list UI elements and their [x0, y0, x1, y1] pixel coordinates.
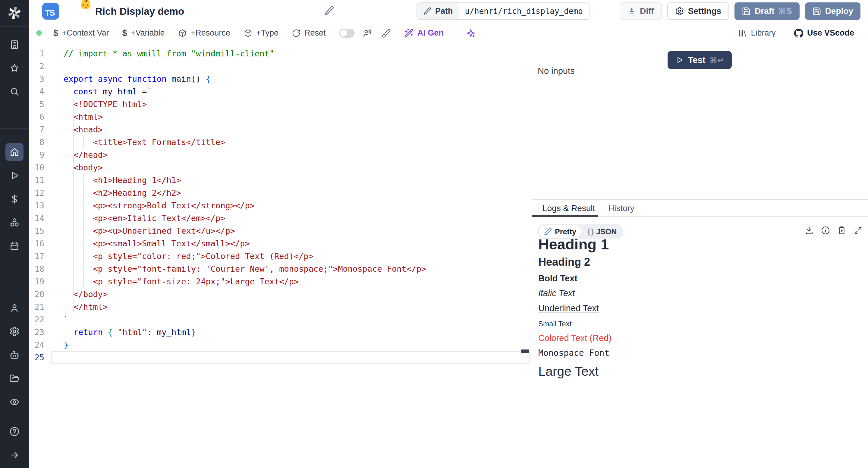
- code-line[interactable]: 21 </html>: [29, 301, 532, 313]
- sidebar-item-gear[interactable]: [5, 322, 24, 341]
- code-text: <!DOCTYPE html>: [44, 98, 147, 111]
- sidebar-item-calendar[interactable]: [5, 237, 24, 255]
- code-line[interactable]: 18 <p style="font-family: 'Courier New',…: [29, 263, 532, 275]
- code-line[interactable]: 22`: [29, 313, 532, 326]
- code-line[interactable]: 10 <body>: [29, 161, 532, 174]
- add-variable-button[interactable]: $ +Variable: [122, 28, 164, 38]
- code-line[interactable]: 15 <p><u>Underlined Text</u></p>: [29, 225, 532, 237]
- add-context-var-button[interactable]: $ +Context Var: [53, 28, 109, 38]
- tab-logs-result[interactable]: Logs & Result: [542, 204, 595, 213]
- code-line[interactable]: 20 </body>: [29, 288, 532, 301]
- toolbar-right: Library Use VScode: [738, 28, 854, 38]
- result-italic: Italic Text: [538, 286, 855, 300]
- add-type-button[interactable]: +Type: [244, 28, 278, 38]
- result-small: Small Text: [538, 318, 855, 330]
- code-line[interactable]: 8 <title>Text Formats</title>: [29, 136, 532, 149]
- sidebar-item-dollar[interactable]: [5, 190, 24, 208]
- code-text: return { "html": my_html}: [44, 326, 196, 339]
- code-line[interactable]: 12 <h2>Heading 2</h2>: [29, 187, 532, 199]
- toggle-knob: [340, 30, 347, 37]
- sidebar-item-help[interactable]: [5, 422, 24, 441]
- add-resource-button[interactable]: +Resource: [178, 28, 230, 38]
- code-text: <p><em>Italic Text</em></p>: [44, 212, 225, 225]
- line-number: 12: [29, 187, 44, 199]
- pretty-label: Pretty: [555, 227, 576, 236]
- code-line[interactable]: 5 <!DOCTYPE html>: [29, 98, 532, 111]
- path-label-segment[interactable]: Path: [417, 3, 459, 19]
- sidebar-item-home[interactable]: [5, 143, 24, 161]
- code-lines: 1// import * as wmill from "windmill-cli…: [29, 47, 532, 364]
- sparkles-icon[interactable]: [466, 28, 475, 38]
- code-line[interactable]: 17 <p style="color: red;">Colored Text (…: [29, 250, 532, 263]
- line-number: 4: [29, 85, 44, 98]
- line-number: 10: [29, 161, 44, 174]
- copy-to-clipboard-icon[interactable]: [837, 226, 846, 235]
- add-context-var-label: +Context Var: [62, 28, 109, 38]
- info-icon[interactable]: [821, 226, 830, 235]
- sidebar-item-building[interactable]: [5, 36, 24, 54]
- sidebar-group-top: [5, 36, 24, 101]
- code-line[interactable]: 16 <p><small>Small Text</small></p>: [29, 237, 532, 250]
- json-view-button[interactable]: { } JSON: [582, 227, 622, 236]
- download-icon[interactable]: [805, 226, 814, 235]
- settings-label: Settings: [688, 6, 721, 16]
- code-line[interactable]: 24}: [29, 339, 532, 351]
- sidebar-item-play[interactable]: [5, 167, 24, 184]
- code-line[interactable]: 25: [29, 351, 532, 364]
- code-line[interactable]: 23 return { "html": my_html}: [29, 326, 532, 339]
- ai-gen-button[interactable]: AI Gen: [404, 28, 444, 38]
- code-text: <title>Text Formats</title>: [44, 136, 225, 149]
- line-number: 18: [29, 263, 44, 275]
- expand-icon[interactable]: [854, 226, 863, 235]
- deploy-button[interactable]: Deploy: [805, 2, 861, 20]
- code-line[interactable]: 13 <p><strong>Bold Text</strong></p>: [29, 199, 532, 212]
- settings-button[interactable]: Settings: [667, 2, 729, 20]
- multiplayer-toggle[interactable]: [339, 29, 355, 38]
- result-bold: Bold Text: [538, 272, 855, 285]
- result-h1: Heading 1: [538, 235, 855, 253]
- sidebar: [0, 0, 29, 468]
- multiplayer-users-icon[interactable]: [363, 28, 372, 38]
- reset-button[interactable]: Reset: [292, 28, 326, 38]
- code-line[interactable]: 1// import * as wmill from "windmill-cli…: [29, 47, 532, 60]
- use-vscode-button[interactable]: Use VScode: [794, 28, 854, 38]
- code-line[interactable]: 11 <h1>Heading 1</h1>: [29, 174, 532, 187]
- library-button[interactable]: Library: [738, 28, 776, 38]
- code-text: <p><small>Small Text</small></p>: [44, 237, 250, 250]
- code-line[interactable]: 2: [29, 60, 532, 73]
- sidebar-item-user[interactable]: [5, 299, 24, 317]
- code-line[interactable]: 19 <p style="font-size: 24px;">Large Tex…: [29, 275, 532, 288]
- code-editor[interactable]: 1// import * as wmill from "windmill-cli…: [29, 44, 532, 468]
- windmill-logo-icon[interactable]: [0, 0, 29, 27]
- code-text: <h1>Heading 1</h1>: [44, 174, 181, 187]
- line-number: 6: [29, 111, 44, 123]
- package-icon: [178, 29, 187, 38]
- sidebar-item-folder[interactable]: [5, 370, 24, 387]
- test-button[interactable]: Test ⌘↵: [668, 51, 732, 69]
- sidebar-item-boxes[interactable]: [5, 213, 24, 232]
- sidebar-item-star[interactable]: [5, 59, 24, 77]
- edit-title-pencil-icon[interactable]: [324, 5, 335, 16]
- sidebar-item-bot[interactable]: [5, 346, 24, 364]
- no-inputs-text: No inputs: [538, 66, 575, 76]
- line-number: 13: [29, 199, 44, 212]
- tab-history[interactable]: History: [608, 204, 634, 213]
- code-line[interactable]: 9 </head>: [29, 149, 532, 161]
- code-line[interactable]: 3export async function main() {: [29, 73, 532, 85]
- sidebar-item-arrow-right[interactable]: [5, 446, 24, 464]
- code-line[interactable]: 6 <html>: [29, 111, 532, 123]
- dollar-icon: [9, 194, 20, 204]
- sidebar-item-eye[interactable]: [5, 393, 24, 411]
- diff-button[interactable]: Diff: [620, 2, 662, 20]
- result-content: Heading 1Heading 2Bold TextItalic TextUn…: [538, 235, 855, 380]
- draft-button[interactable]: Draft ⌘S: [735, 2, 800, 20]
- code-line[interactable]: 14 <p><em>Italic Text</em></p>: [29, 212, 532, 225]
- path-input[interactable]: u/henri/rich_display_demo: [459, 3, 589, 19]
- line-number: 14: [29, 212, 44, 225]
- code-line[interactable]: 7 <head>: [29, 123, 532, 136]
- library-icon: [738, 29, 747, 38]
- format-brush-icon[interactable]: [381, 28, 391, 38]
- script-title: Rich Display demo: [95, 6, 184, 17]
- code-line[interactable]: 4 const my_html =`: [29, 85, 532, 98]
- sidebar-item-search[interactable]: [5, 83, 24, 101]
